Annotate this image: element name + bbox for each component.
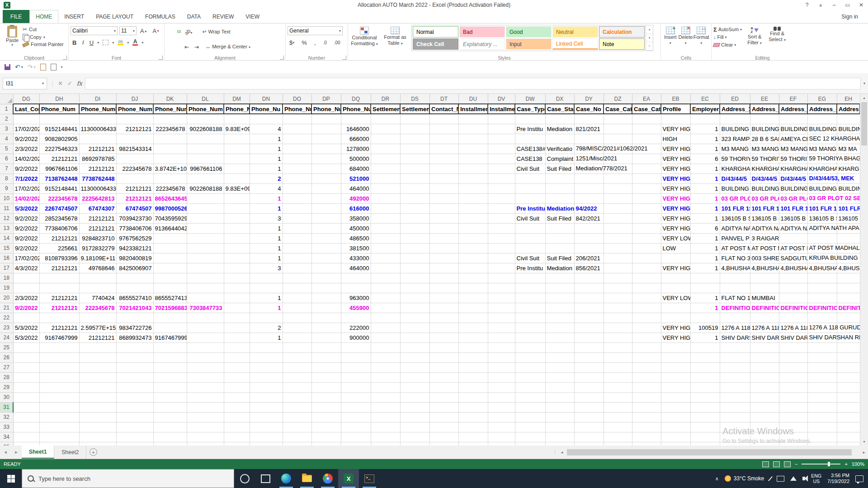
cell-DM22[interactable] xyxy=(224,313,250,323)
cell-DH1[interactable]: Phone_Num xyxy=(39,104,79,114)
cell-DS25[interactable] xyxy=(400,343,429,352)
cell-DG20[interactable]: 2/3/2022 xyxy=(13,293,39,303)
cell-DP33[interactable] xyxy=(311,422,341,432)
cell-EG24[interactable]: SHIV DARSHAN RE xyxy=(807,333,837,343)
cell-EB18[interactable] xyxy=(661,273,690,283)
expand-formula-bar-icon[interactable]: ▾ xyxy=(863,81,865,85)
cell-DL4[interactable] xyxy=(187,134,224,144)
cell-EG3[interactable]: BUILDING xyxy=(807,124,837,134)
cell-DH35[interactable] xyxy=(39,442,79,446)
cell-DP10[interactable] xyxy=(311,193,341,203)
row-header-29[interactable]: 29 xyxy=(0,382,13,392)
zoom-in-icon[interactable]: + xyxy=(844,461,847,467)
cell-EB2[interactable] xyxy=(661,114,690,124)
cell-DV16[interactable] xyxy=(488,253,515,263)
cell-DK2[interactable] xyxy=(153,114,187,124)
cell-DY20[interactable] xyxy=(574,293,604,303)
paste-button[interactable]: Paste ▾ xyxy=(2,25,23,47)
column-header-EB[interactable]: EB xyxy=(661,94,690,104)
cell-EE20[interactable]: MUMBAI xyxy=(750,293,779,303)
cell-DV17[interactable] xyxy=(488,263,515,273)
cell-DX35[interactable] xyxy=(545,442,574,446)
cell-DM10[interactable] xyxy=(224,193,250,203)
cell-DS20[interactable] xyxy=(400,293,429,303)
cell-DL26[interactable] xyxy=(187,352,224,362)
cell-DL30[interactable] xyxy=(187,392,224,402)
cell-EA12[interactable] xyxy=(632,213,661,223)
cell-DT8[interactable] xyxy=(429,174,458,183)
cell-DV7[interactable] xyxy=(488,164,515,174)
cell-DO8[interactable] xyxy=(283,174,311,183)
cell-DN15[interactable]: 1 xyxy=(250,243,283,253)
cell-DT24[interactable] xyxy=(429,333,458,343)
cell-DW6[interactable]: CASE138 xyxy=(515,154,545,164)
cell-DZ8[interactable] xyxy=(604,174,632,183)
cell-DL6[interactable] xyxy=(187,154,224,164)
cell-ED27[interactable] xyxy=(720,362,750,372)
cell-DG31[interactable] xyxy=(13,402,39,412)
cell-DU12[interactable] xyxy=(458,213,488,223)
save-icon[interactable] xyxy=(5,64,10,70)
cell-DW19[interactable] xyxy=(515,283,545,293)
cell-DI25[interactable] xyxy=(79,343,116,352)
cell-DS15[interactable] xyxy=(400,243,429,253)
cell-DH13[interactable]: 7738406706 xyxy=(39,223,79,233)
cell-DO35[interactable] xyxy=(283,442,311,446)
cell-EE26[interactable] xyxy=(750,352,779,362)
dialog-launcher-icon[interactable] xyxy=(342,56,346,60)
cell-DK25[interactable] xyxy=(153,343,187,352)
cell-DU15[interactable] xyxy=(458,243,488,253)
cell-DY33[interactable] xyxy=(574,422,604,432)
row-header-34[interactable]: 34 xyxy=(0,432,13,442)
cell-DY23[interactable] xyxy=(574,323,604,333)
cell-DW29[interactable] xyxy=(515,382,545,392)
select-all-corner[interactable] xyxy=(0,94,13,104)
cell-DM33[interactable] xyxy=(224,422,250,432)
cell-ED17[interactable]: 4,BHUSHA xyxy=(720,263,750,273)
cell-DH22[interactable] xyxy=(39,313,79,323)
cell-DZ33[interactable] xyxy=(604,422,632,432)
cell-DY14[interactable] xyxy=(574,233,604,243)
number-format-select[interactable]: General▾ xyxy=(288,26,343,35)
cell-DZ2[interactable] xyxy=(604,114,632,124)
cell-DX16[interactable]: Suit Filed xyxy=(545,253,574,263)
cell-EG34[interactable] xyxy=(807,432,837,442)
format-painter-button[interactable]: Format Painter xyxy=(23,42,64,47)
ribbon-display-options-icon[interactable]: ⌅ xyxy=(814,0,827,10)
cell-DT33[interactable] xyxy=(429,422,458,432)
cell-ED33[interactable] xyxy=(720,422,750,432)
cell-DM3[interactable]: 9.83E+09 xyxy=(224,124,250,134)
cell-DP28[interactable] xyxy=(311,372,341,382)
cell-EE19[interactable] xyxy=(750,283,779,293)
cell-DJ22[interactable] xyxy=(116,313,153,323)
cell-DP12[interactable] xyxy=(311,213,341,223)
cell-DO26[interactable] xyxy=(283,352,311,362)
hscroll-right-icon[interactable]: ▸ xyxy=(860,450,868,455)
cell-DG4[interactable]: 9/2/2022 xyxy=(13,134,39,144)
cell-DJ19[interactable] xyxy=(116,283,153,293)
cell-DS12[interactable] xyxy=(400,213,429,223)
cell-DQ1[interactable]: Phone_Nu xyxy=(341,104,371,114)
cell-DK4[interactable] xyxy=(153,134,187,144)
cell-DL27[interactable] xyxy=(187,362,224,372)
cell-DQ14[interactable]: 486500 xyxy=(341,233,371,243)
cell-DQ10[interactable]: 492000 xyxy=(341,193,371,203)
cell-EF1[interactable]: Address_3 xyxy=(779,104,807,114)
cell-DI12[interactable]: 21212121 xyxy=(79,213,116,223)
font-color-button[interactable]: A xyxy=(131,39,140,46)
cell-DV2[interactable] xyxy=(488,114,515,124)
cell-DJ30[interactable] xyxy=(116,392,153,402)
cell-ED7[interactable]: KHARGHA xyxy=(720,164,750,174)
cell-EG6[interactable]: 59 THORIYA BHAG xyxy=(807,154,837,164)
cell-EE3[interactable]: BUILDING xyxy=(750,124,779,134)
cell-EE9[interactable]: BUILDING xyxy=(750,183,779,193)
cell-DN21[interactable]: 1 xyxy=(250,303,283,313)
cell-DN6[interactable]: 1 xyxy=(250,154,283,164)
decrease-indent-button[interactable]: ⇤ xyxy=(183,41,191,52)
cell-EA19[interactable] xyxy=(632,283,661,293)
cell-DY7[interactable]: Mediation/778/2021 xyxy=(574,164,604,174)
row-header-2[interactable]: 2 xyxy=(0,114,13,124)
row-header-32[interactable]: 32 xyxy=(0,412,13,422)
cell-EE5[interactable]: M3 MANG xyxy=(750,144,779,154)
cell-EG23[interactable]: 1276 A 118 GURUD xyxy=(807,323,837,333)
